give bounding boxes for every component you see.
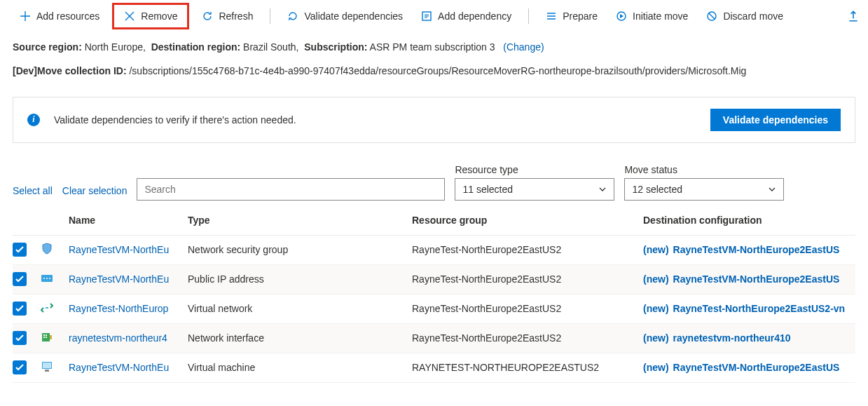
- resource-name-link[interactable]: RayneTest-NorthEurop: [69, 303, 188, 314]
- refresh-label: Refresh: [219, 11, 253, 22]
- svg-rect-9: [46, 334, 47, 336]
- resources-table: Name Type Resource group Destination con…: [0, 206, 868, 391]
- resource-name-link[interactable]: RayneTestVM-NorthEu: [69, 244, 188, 255]
- svg-rect-8: [43, 334, 45, 336]
- initiate-label: Initiate move: [633, 11, 688, 22]
- add-dependency-icon: [421, 11, 432, 22]
- resource-type: Network security group: [188, 244, 412, 255]
- col-type[interactable]: Type: [188, 215, 412, 226]
- prepare-icon: [546, 11, 557, 22]
- resource-type: Public IP address: [188, 273, 412, 285]
- validate-icon: [287, 11, 298, 22]
- resource-group: RAYNETEST-NORTHEUROPE2EASTUS2: [412, 362, 643, 373]
- svg-point-5: [46, 278, 48, 279]
- destination-config-link[interactable]: (new)raynetestvm-northeur410: [643, 332, 855, 344]
- remove-button[interactable]: Remove: [112, 3, 189, 29]
- svg-rect-15: [45, 370, 49, 372]
- col-rg[interactable]: Resource group: [412, 215, 643, 226]
- svg-point-4: [43, 278, 45, 279]
- svg-rect-11: [46, 337, 47, 338]
- resource-name-link[interactable]: RayneTestVM-NorthEu: [69, 273, 188, 285]
- validate-dependencies-primary-button[interactable]: Validate dependencies: [710, 109, 841, 131]
- discard-move-button[interactable]: Discard move: [699, 6, 790, 26]
- refresh-icon: [202, 11, 213, 22]
- destination-config-link[interactable]: (new)RayneTestVM-NorthEurope2EastUS: [643, 244, 855, 255]
- svg-rect-14: [43, 363, 51, 368]
- export-icon[interactable]: [847, 10, 860, 22]
- validate-dependencies-button[interactable]: Validate dependencies: [280, 6, 410, 26]
- filters-row: Select all Clear selection Resource type…: [0, 147, 868, 206]
- subscription-label: Subscription:: [304, 41, 367, 53]
- validate-label: Validate dependencies: [304, 11, 403, 22]
- resource-type: Virtual network: [188, 303, 412, 314]
- resource-type-dropdown[interactable]: 11 selected: [455, 178, 614, 201]
- info-icon: i: [27, 114, 40, 126]
- resource-group: RayneTest-NorthEurope2EastUS2: [412, 273, 643, 285]
- nic-icon: [41, 331, 53, 344]
- refresh-button[interactable]: Refresh: [195, 6, 260, 26]
- change-link[interactable]: (Change): [503, 41, 544, 53]
- destination-region-value: Brazil South,: [243, 41, 298, 53]
- resource-group: RayneTest-NorthEurope2EastUS2: [412, 244, 643, 255]
- shield-icon: [41, 243, 53, 255]
- svg-rect-10: [43, 337, 45, 338]
- vm-icon: [41, 360, 53, 373]
- table-row: RayneTestVM-NorthEu Virtual machine RAYN…: [13, 353, 855, 383]
- row-checkbox[interactable]: [13, 360, 27, 374]
- table-header: Name Type Resource group Destination con…: [13, 206, 855, 236]
- resource-name-link[interactable]: raynetestvm-northeur4: [69, 332, 188, 344]
- pip-icon: [41, 272, 53, 285]
- table-row: RayneTestVM-NorthEu Network security gro…: [13, 236, 855, 265]
- destination-config-link[interactable]: (new)RayneTest-NorthEurope2EastUS2-vn: [643, 303, 855, 314]
- source-region-label: Source region:: [13, 41, 82, 53]
- banner-text: Validate dependencies to verify if there…: [54, 114, 696, 126]
- resource-type: Network interface: [188, 332, 412, 344]
- table-row: RayneTestVM-NorthEu Public IP address Ra…: [13, 265, 855, 295]
- add-dependency-button[interactable]: Add dependency: [414, 6, 518, 26]
- resource-name-link[interactable]: RayneTestVM-NorthEu: [69, 362, 188, 373]
- discard-label: Discard move: [723, 11, 783, 22]
- plus-icon: [20, 11, 31, 22]
- info-movecoll-row: [Dev]Move collection ID: /subscriptions/…: [0, 59, 868, 83]
- row-checkbox[interactable]: [13, 302, 27, 316]
- chevron-down-icon: [598, 185, 607, 194]
- table-row: raynetestvm-northeur4 Network interface …: [13, 324, 855, 353]
- row-checkbox[interactable]: [13, 331, 27, 345]
- destination-config-link[interactable]: (new)RayneTestVM-NorthEurope2EastUS: [643, 273, 855, 285]
- subscription-value: ASR PM team subscription 3: [370, 41, 495, 53]
- add-resources-label: Add resources: [36, 11, 99, 22]
- move-status-value: 12 selected: [632, 184, 682, 195]
- svg-point-6: [49, 278, 50, 279]
- add-resources-button[interactable]: Add resources: [13, 6, 106, 26]
- prepare-button[interactable]: Prepare: [539, 6, 605, 26]
- add-dependency-label: Add dependency: [438, 11, 511, 22]
- select-all-link[interactable]: Select all: [13, 185, 53, 201]
- separator: [270, 8, 270, 24]
- row-checkbox[interactable]: [13, 243, 27, 257]
- svg-rect-12: [50, 335, 52, 339]
- destination-config-link[interactable]: (new)RayneTestVM-NorthEurope2EastUS: [643, 362, 855, 373]
- info-region-row: Source region: North Europe, Destination…: [0, 35, 868, 59]
- table-row: RayneTest-NorthEurop Virtual network Ray…: [13, 295, 855, 324]
- chevron-down-icon: [768, 185, 776, 194]
- resource-type: Virtual machine: [188, 362, 412, 373]
- resource-group: RayneTest-NorthEurope2EastUS2: [412, 303, 643, 314]
- remove-label: Remove: [141, 11, 177, 22]
- close-icon: [124, 11, 135, 22]
- separator: [528, 8, 529, 24]
- initiate-icon: [616, 11, 627, 22]
- move-collection-label: [Dev]Move collection ID:: [13, 65, 127, 76]
- row-checkbox[interactable]: [13, 272, 27, 286]
- toolbar: Add resources Remove Refresh Validate de…: [0, 0, 868, 35]
- search-input[interactable]: [137, 178, 445, 201]
- col-dest[interactable]: Destination configuration: [643, 215, 855, 226]
- resource-group: RayneTest-NorthEurope2EastUS2: [412, 332, 643, 344]
- col-name[interactable]: Name: [69, 215, 188, 226]
- destination-region-label: Destination region:: [151, 41, 241, 53]
- initiate-move-button[interactable]: Initiate move: [609, 6, 695, 26]
- prepare-label: Prepare: [563, 11, 598, 22]
- move-collection-value: /subscriptions/155c4768-b71c-4e4b-a990-9…: [129, 65, 746, 76]
- validate-banner: i Validate dependencies to verify if the…: [13, 97, 855, 143]
- clear-selection-link[interactable]: Clear selection: [62, 185, 128, 201]
- move-status-dropdown[interactable]: 12 selected: [624, 178, 784, 201]
